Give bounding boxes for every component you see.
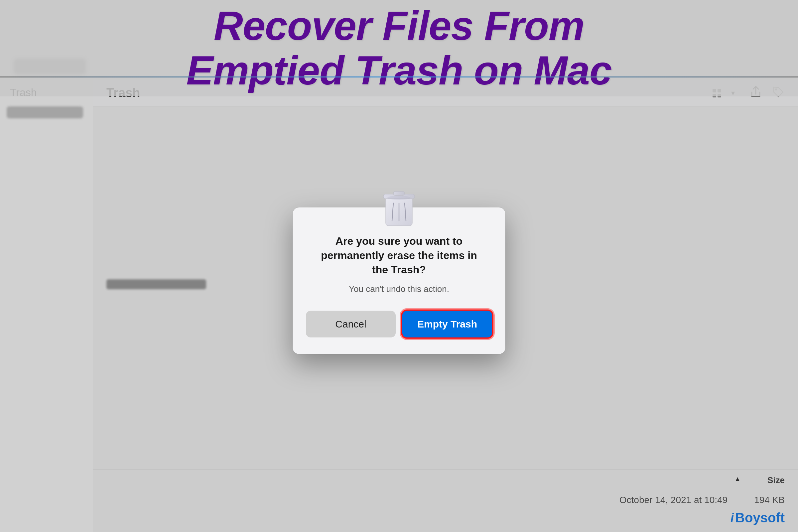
cancel-button[interactable]: Cancel <box>306 310 396 337</box>
watermark: i Boysoft <box>730 510 785 525</box>
empty-trash-button[interactable]: Empty Trash <box>402 310 492 337</box>
empty-trash-dialog: Are you sure you want to permanently era… <box>292 208 506 354</box>
svg-point-11 <box>387 196 411 200</box>
watermark-prefix: i <box>730 511 734 525</box>
trash-icon-container <box>376 181 422 234</box>
dialog-title: Are you sure you want to permanently era… <box>312 234 486 277</box>
trash-icon <box>381 186 417 229</box>
dialog-buttons: Cancel Empty Trash <box>292 310 506 337</box>
svg-rect-7 <box>393 191 405 195</box>
watermark-brand: Boysoft <box>735 510 785 525</box>
dialog-subtitle: You can't undo this action. <box>312 284 486 294</box>
dialog-body: Are you sure you want to permanently era… <box>292 234 506 294</box>
